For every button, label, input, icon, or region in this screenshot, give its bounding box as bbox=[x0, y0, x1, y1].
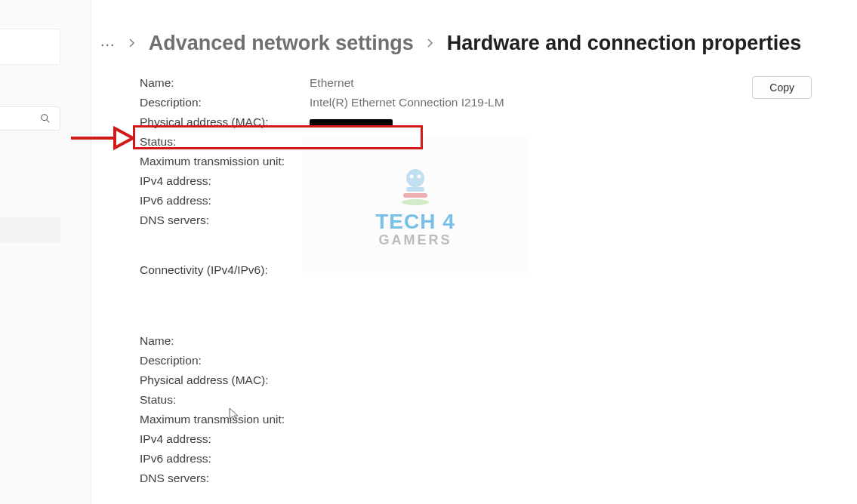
svg-rect-8 bbox=[403, 193, 427, 198]
sidebar-item-active[interactable] bbox=[0, 217, 60, 243]
mac-label: Physical address (MAC): bbox=[140, 115, 310, 129]
name-label: Name: bbox=[140, 76, 310, 90]
svg-point-4 bbox=[42, 115, 48, 121]
breadcrumb: ··· Advanced network settings Hardware a… bbox=[91, 32, 857, 55]
watermark-line2: GAMERS bbox=[378, 232, 452, 248]
svg-point-9 bbox=[402, 199, 429, 205]
adapter-block-2: Name: Description: Physical address (MAC… bbox=[140, 334, 827, 491]
name-value: Ethernet bbox=[310, 76, 354, 90]
watermark-line1: TECH 4 bbox=[375, 210, 455, 234]
description-value: Intel(R) Ethernet Connection I219-LM bbox=[310, 96, 504, 109]
chevron-right-icon bbox=[128, 37, 137, 51]
connectivity-label: Connectivity (IPv4/IPv6): bbox=[140, 263, 310, 277]
copy-button[interactable]: Copy bbox=[752, 76, 812, 99]
main-content: ··· Advanced network settings Hardware a… bbox=[91, 0, 857, 504]
search-input[interactable] bbox=[0, 106, 60, 131]
ipv6-label: IPv6 address: bbox=[140, 194, 310, 207]
search-icon bbox=[40, 113, 51, 124]
redacted-bar bbox=[310, 119, 393, 127]
page-title: Hardware and connection properties bbox=[447, 32, 802, 55]
breadcrumb-advanced-network[interactable]: Advanced network settings bbox=[149, 32, 414, 55]
mac-value bbox=[310, 115, 393, 129]
description-label: Description: bbox=[140, 96, 310, 109]
watermark: TECH 4 GAMERS bbox=[302, 137, 529, 272]
dns-label: DNS servers: bbox=[140, 214, 310, 227]
mtu-label: Maximum transmission unit: bbox=[140, 413, 310, 426]
name-label: Name: bbox=[140, 334, 310, 348]
svg-line-5 bbox=[47, 120, 50, 123]
more-icon[interactable]: ··· bbox=[100, 36, 116, 51]
status-label: Status: bbox=[140, 393, 310, 407]
svg-rect-7 bbox=[406, 187, 424, 192]
mtu-label: Maximum transmission unit: bbox=[140, 155, 310, 168]
ipv4-label: IPv4 address: bbox=[140, 432, 310, 446]
chevron-right-icon bbox=[426, 37, 435, 51]
status-label: Status: bbox=[140, 135, 310, 149]
ipv6-label: IPv6 address: bbox=[140, 452, 310, 466]
svg-point-6 bbox=[406, 169, 424, 187]
ipv4-label: IPv4 address: bbox=[140, 174, 310, 188]
adapter-block-1: Copy Name:Ethernet Description:Intel(R) … bbox=[140, 76, 827, 283]
sidebar-header-stub bbox=[0, 29, 60, 65]
svg-point-10 bbox=[410, 174, 414, 178]
mac-label: Physical address (MAC): bbox=[140, 373, 310, 387]
description-label: Description: bbox=[140, 354, 310, 367]
dns-label: DNS servers: bbox=[140, 472, 310, 485]
svg-point-11 bbox=[418, 174, 421, 178]
sidebar bbox=[0, 23, 60, 504]
